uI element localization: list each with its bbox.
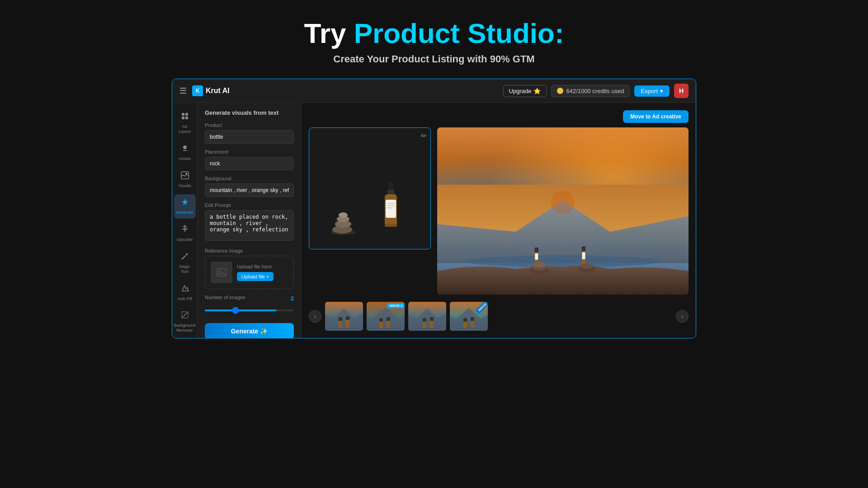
sidebar-item-generate[interactable]: Generate [174,194,196,219]
num-images-group: Number of images 2 [205,295,294,318]
sidebar-item-upscaler-label: Upscaler [177,237,193,242]
visuals-icon [181,171,189,182]
hamburger-icon[interactable]: ☰ [179,86,187,96]
panel-title: Generate visuals from text [205,109,294,116]
sidebar-item-ad-layout-label: Ad Layout [176,124,194,134]
sidebar-item-auto-fill[interactable]: Auto Fill [174,281,196,305]
product-label: Product [205,122,294,128]
num-images-slider[interactable] [205,310,294,311]
hero-title-cyan: Product Studio: [354,18,564,49]
product-input[interactable] [205,130,294,144]
canvas-edit-icon[interactable]: ✏ [421,131,427,140]
thumbnail-1[interactable] [325,302,363,331]
svg-rect-46 [379,318,383,322]
svg-rect-10 [217,269,226,276]
generate-button[interactable]: Generate ✨ [205,323,294,338]
svg-rect-20 [386,200,396,218]
thumbnail-3[interactable] [408,302,446,331]
sidebar-item-bg-remover[interactable]: Background Remover [174,307,196,337]
edit-prompt-textarea[interactable]: a bottle placed on rock, mountain , rive… [205,210,294,241]
sidebar-item-ad-layout[interactable]: Ad Layout [174,108,196,138]
svg-point-11 [219,271,221,272]
sidebar-item-generate-label: Generate [176,210,193,215]
avatar-button[interactable]: H [674,84,689,98]
export-button[interactable]: Export ▾ [634,85,670,97]
svg-point-4 [183,145,187,149]
edit-prompt-label: Edit Prompt [205,202,294,208]
svg-point-32 [580,264,593,269]
svg-rect-34 [534,248,538,252]
sidebar-item-visuals-label: Visuals [178,183,191,188]
placement-label: Placement [205,149,294,155]
prev-icon: ‹ [314,313,316,320]
assets-icon [181,144,189,155]
placement-input[interactable] [205,157,294,170]
svg-rect-51 [423,318,426,322]
num-images-label: Number of images [205,295,245,300]
magic-tool-icon [181,252,189,263]
next-thumbnail-button[interactable]: › [676,310,689,323]
svg-rect-17 [388,182,393,191]
topbar-logo: K Krut AI [192,85,230,96]
canvas-and-generated: ✏ [309,127,689,295]
svg-rect-3 [185,117,188,119]
sidebar-item-assets-label: Assets [179,156,191,161]
sidebar-item-magic-tool-label: Magic Tool [176,264,194,274]
svg-line-7 [182,256,185,259]
svg-rect-41 [339,317,342,321]
left-sidebar: Ad Layout Assets [172,103,198,338]
main-layout: Ad Layout Assets [172,103,696,338]
thumbnail-2[interactable]: IMAGE 2 [367,302,405,331]
upgrade-button[interactable]: Upgrade ⭐ [503,85,547,97]
credits-text: 642/1000 credits used [566,88,624,94]
topbar-logo-text: Krut AI [206,87,230,95]
ref-upload-content: Upload file here Upload file + [237,264,274,281]
thumbnail-4[interactable]: IMAGE 4 [450,302,488,331]
export-arrow-icon: ▾ [660,88,663,94]
svg-rect-23 [387,207,393,208]
generate-icon [181,198,189,208]
hero-title: Try Product Studio: [9,18,859,49]
sidebar-item-assets[interactable]: Assets [174,141,196,165]
svg-rect-48 [387,317,390,321]
svg-rect-38 [582,252,585,259]
background-group: Background [205,176,294,197]
ref-upload-text: Upload file here [237,264,274,269]
background-input[interactable] [205,183,294,197]
svg-rect-56 [463,318,467,322]
sidebar-item-upscaler[interactable]: Upscaler [174,221,196,246]
canvas-area: Move to Ad creative ✏ [302,103,696,338]
thumbnails-row: ‹ [309,302,689,331]
background-label: Background [205,176,294,181]
prev-thumbnail-button[interactable]: ‹ [309,310,321,323]
logo-icon: K [192,85,203,96]
svg-point-27 [465,255,661,267]
upload-file-button[interactable]: Upload file + [237,272,274,281]
placement-group: Placement [205,149,294,170]
move-to-ad-button[interactable]: Move to Ad creative [623,110,689,123]
avatar-label: H [679,87,684,94]
svg-rect-37 [582,246,586,251]
svg-rect-0 [182,113,184,116]
svg-point-26 [551,191,575,214]
svg-rect-21 [387,203,395,204]
product-group: Product [205,122,294,144]
svg-rect-1 [185,113,188,116]
topbar-right: Upgrade ⭐ 642/1000 credits used Export ▾… [503,84,689,98]
bg-remover-icon [181,311,189,321]
svg-rect-43 [346,316,349,320]
next-icon: › [681,313,684,320]
svg-rect-2 [182,117,184,119]
sidebar-item-auto-fill-label: Auto Fill [177,296,192,301]
hero-title-white: Try [304,18,346,49]
working-canvas: ✏ [309,127,431,249]
sidebar-item-magic-tool[interactable]: Magic Tool [174,249,196,278]
hero-section: Try Product Studio: Create Your Product … [0,0,868,79]
generate-panel: Generate visuals from text Product Place… [198,103,302,338]
svg-line-9 [182,312,188,318]
thumbnails-list: IMAGE 2 [325,302,672,331]
generated-image [437,127,689,295]
sidebar-item-visuals[interactable]: Visuals [174,168,196,192]
reference-upload-area[interactable]: Upload file here Upload file + [205,256,294,289]
svg-rect-58 [471,317,474,321]
